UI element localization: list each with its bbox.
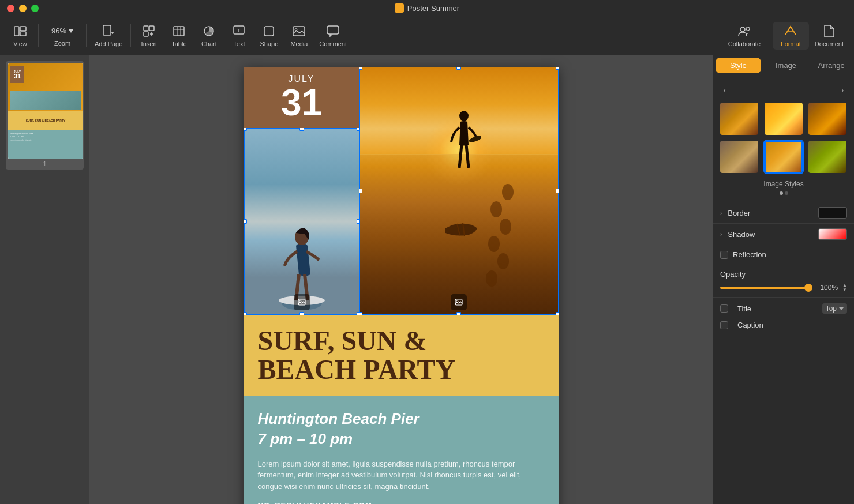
main-image-selection <box>359 67 559 315</box>
media-button[interactable]: Media <box>284 22 313 50</box>
handle-tl[interactable] <box>244 128 247 131</box>
zoom-button[interactable]: 96% Zoom <box>42 22 83 49</box>
opacity-decrement[interactable]: ▼ <box>842 288 847 292</box>
sep1 <box>38 24 39 47</box>
traffic-lights <box>7 5 39 12</box>
opacity-thumb[interactable] <box>804 284 812 292</box>
panel-tabs: Style Image Arrange <box>713 55 854 76</box>
style-prev-button[interactable]: ‹ <box>719 84 731 96</box>
border-chevron: › <box>720 210 722 216</box>
style-thumb-5[interactable] <box>763 140 804 174</box>
svg-point-39 <box>456 300 458 302</box>
sep3 <box>130 24 131 47</box>
collaborate-label: Collaborate <box>728 40 761 47</box>
surfer-girl-image[interactable] <box>244 128 359 315</box>
chart-button[interactable]: Chart <box>194 22 223 50</box>
poster-top-section: JULY 31 <box>244 67 559 315</box>
style-thumb-4[interactable] <box>719 140 759 174</box>
title-position-dropdown[interactable]: Top <box>822 303 847 314</box>
border-color-swatch[interactable] <box>818 207 847 219</box>
top-image-group: JULY 31 <box>244 67 559 315</box>
main-area: JULY 31 SURF, SUN & BEACH PARTY Huntingt… <box>0 55 854 504</box>
main-handle-mr[interactable] <box>556 189 559 193</box>
media-icon <box>292 24 306 38</box>
handle-ml[interactable] <box>244 219 247 224</box>
border-row[interactable]: › Border <box>713 202 854 223</box>
collaborate-button[interactable]: Collaborate <box>724 22 765 50</box>
comment-icon <box>326 24 340 38</box>
style-thumb-3[interactable] <box>807 101 848 136</box>
main-beach-image[interactable] <box>359 67 559 315</box>
image-replace-icon[interactable] <box>294 294 310 310</box>
tab-style[interactable]: Style <box>716 58 761 73</box>
style-thumb-1[interactable] <box>719 101 759 136</box>
tab-image[interactable]: Image <box>763 55 809 76</box>
shape-button[interactable]: Shape <box>254 22 283 50</box>
right-panel: Style Image Arrange ‹ › <box>713 55 854 504</box>
insert-button[interactable]: Insert <box>134 22 163 50</box>
opacity-stepper[interactable]: ▲ ▼ <box>842 283 847 292</box>
svg-rect-18 <box>264 27 274 36</box>
reflection-checkbox[interactable] <box>720 251 728 259</box>
main-handle-br[interactable] <box>556 312 559 315</box>
add-page-label: Add Page <box>95 40 122 47</box>
handle-bm[interactable] <box>299 312 304 315</box>
shadow-color-swatch[interactable] <box>818 228 847 240</box>
style-indicator-dots <box>719 190 848 196</box>
table-button[interactable]: Table <box>164 22 193 50</box>
poster-email: NO_REPLY@EXAMPLE.COM <box>258 501 545 504</box>
comment-button[interactable]: Comment <box>314 22 351 50</box>
shadow-row[interactable]: › Shadow <box>713 223 854 245</box>
poster: JULY 31 <box>244 67 559 504</box>
main-image-replace-icon[interactable] <box>451 294 467 310</box>
shape-icon <box>262 24 276 38</box>
main-handle-bl[interactable] <box>359 312 362 315</box>
zoom-label: Zoom <box>54 40 70 47</box>
chart-label: Chart <box>201 40 217 47</box>
document-label: Document <box>815 40 844 47</box>
format-button[interactable]: Format <box>773 22 809 50</box>
style-nav: ‹ › <box>719 82 848 98</box>
titlebar: Poster Summer <box>0 0 854 16</box>
style-thumb-2[interactable] <box>763 101 804 136</box>
handle-bl[interactable] <box>244 312 247 315</box>
opacity-slider[interactable] <box>720 287 812 289</box>
shadow-chevron: › <box>720 231 722 238</box>
tab-arrange[interactable]: Arrange <box>808 55 854 76</box>
document-button[interactable]: Document <box>810 22 848 50</box>
handle-tm[interactable] <box>299 128 304 131</box>
svg-point-23 <box>746 27 750 31</box>
poster-title: SURF, SUN & BEACH PARTY <box>258 326 456 385</box>
add-page-icon <box>102 24 115 38</box>
canvas-area[interactable]: JULY 31 <box>89 55 713 504</box>
table-icon <box>172 24 186 38</box>
shape-label: Shape <box>260 40 278 47</box>
caption-checkbox[interactable] <box>720 321 728 329</box>
caption-label: Caption <box>737 321 847 329</box>
svg-rect-11 <box>174 27 184 36</box>
style-next-button[interactable]: › <box>837 84 848 96</box>
opacity-value: 100% <box>817 284 838 292</box>
main-handle-tl[interactable] <box>359 67 362 70</box>
text-button[interactable]: T Text <box>224 22 253 50</box>
style-thumb-6[interactable] <box>807 140 848 174</box>
chart-icon <box>202 24 216 38</box>
media-label: Media <box>290 40 308 47</box>
title-checkbox[interactable] <box>720 304 728 313</box>
minimize-button[interactable] <box>19 5 27 12</box>
main-handle-bm[interactable] <box>456 312 461 315</box>
toolbar: View 96% Zoom Add Page <box>0 16 854 55</box>
main-handle-ml[interactable] <box>359 189 362 193</box>
main-handle-tm[interactable] <box>456 67 461 70</box>
image-styles-label: Image Styles <box>719 178 848 190</box>
close-button[interactable] <box>7 5 14 12</box>
poster-info-section: Huntington Beach Pier 7 pm – 10 pm Lorem… <box>244 396 559 504</box>
add-page-button[interactable]: Add Page <box>90 22 127 50</box>
page-thumbnail-1[interactable]: JULY 31 SURF, SUN & BEACH PARTY Huntingt… <box>6 61 84 170</box>
main-handle-tr[interactable] <box>556 67 559 70</box>
svg-point-22 <box>740 27 745 32</box>
maximize-button[interactable] <box>31 5 39 12</box>
view-button[interactable]: View <box>6 22 35 50</box>
zoom-display: 96% <box>47 24 78 37</box>
dot-2 <box>785 191 788 195</box>
